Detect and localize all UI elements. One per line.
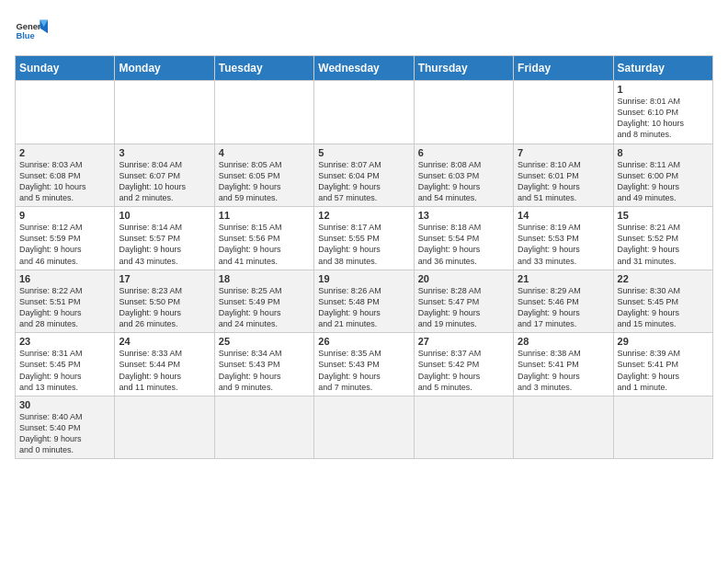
calendar-cell	[514, 396, 613, 459]
week-row-3: 9Sunrise: 8:12 AM Sunset: 5:59 PM Daylig…	[16, 207, 713, 270]
day-info: Sunrise: 8:07 AM Sunset: 6:04 PM Dayligh…	[318, 159, 409, 204]
calendar-cell: 12Sunrise: 8:17 AM Sunset: 5:55 PM Dayli…	[314, 207, 414, 270]
day-number: 18	[219, 273, 310, 284]
calendar-cell: 3Sunrise: 8:04 AM Sunset: 6:07 PM Daylig…	[115, 144, 214, 207]
day-info: Sunrise: 8:26 AM Sunset: 5:48 PM Dayligh…	[318, 285, 409, 330]
day-info: Sunrise: 8:28 AM Sunset: 5:47 PM Dayligh…	[418, 285, 509, 330]
day-info: Sunrise: 8:05 AM Sunset: 6:05 PM Dayligh…	[219, 159, 310, 204]
calendar-cell: 5Sunrise: 8:07 AM Sunset: 6:04 PM Daylig…	[314, 144, 414, 207]
calendar-cell: 18Sunrise: 8:25 AM Sunset: 5:49 PM Dayli…	[214, 270, 313, 333]
day-number: 19	[318, 273, 409, 284]
day-info: Sunrise: 8:14 AM Sunset: 5:57 PM Dayligh…	[119, 222, 210, 267]
calendar-cell	[16, 81, 115, 144]
logo: General Blue	[15, 15, 48, 48]
calendar-cell	[514, 81, 613, 144]
day-info: Sunrise: 8:34 AM Sunset: 5:43 PM Dayligh…	[219, 348, 310, 393]
day-header-tuesday: Tuesday	[214, 56, 313, 81]
day-number: 15	[618, 210, 709, 221]
calendar-cell: 25Sunrise: 8:34 AM Sunset: 5:43 PM Dayli…	[214, 333, 313, 396]
calendar-cell	[214, 396, 313, 459]
day-info: Sunrise: 8:38 AM Sunset: 5:41 PM Dayligh…	[518, 348, 609, 393]
day-header-thursday: Thursday	[414, 56, 513, 81]
day-number: 22	[618, 273, 709, 284]
week-row-6: 30Sunrise: 8:40 AM Sunset: 5:40 PM Dayli…	[16, 396, 713, 459]
day-info: Sunrise: 8:10 AM Sunset: 6:01 PM Dayligh…	[518, 159, 609, 204]
calendar-cell: 9Sunrise: 8:12 AM Sunset: 5:59 PM Daylig…	[16, 207, 115, 270]
calendar-cell: 27Sunrise: 8:37 AM Sunset: 5:42 PM Dayli…	[414, 333, 513, 396]
day-info: Sunrise: 8:40 AM Sunset: 5:40 PM Dayligh…	[19, 411, 110, 456]
day-number: 9	[19, 210, 110, 221]
week-row-2: 2Sunrise: 8:03 AM Sunset: 6:08 PM Daylig…	[16, 144, 713, 207]
calendar-cell: 30Sunrise: 8:40 AM Sunset: 5:40 PM Dayli…	[16, 396, 115, 459]
day-number: 5	[318, 147, 409, 158]
day-info: Sunrise: 8:03 AM Sunset: 6:08 PM Dayligh…	[19, 159, 110, 204]
calendar-cell: 16Sunrise: 8:22 AM Sunset: 5:51 PM Dayli…	[16, 270, 115, 333]
calendar-cell: 21Sunrise: 8:29 AM Sunset: 5:46 PM Dayli…	[514, 270, 613, 333]
day-number: 25	[219, 336, 310, 347]
day-number: 2	[19, 147, 110, 158]
calendar-cell: 7Sunrise: 8:10 AM Sunset: 6:01 PM Daylig…	[514, 144, 613, 207]
day-info: Sunrise: 8:30 AM Sunset: 5:45 PM Dayligh…	[618, 285, 709, 330]
day-info: Sunrise: 8:01 AM Sunset: 6:10 PM Dayligh…	[618, 96, 709, 141]
day-info: Sunrise: 8:35 AM Sunset: 5:43 PM Dayligh…	[318, 348, 409, 393]
calendar-cell	[214, 81, 313, 144]
calendar-cell: 2Sunrise: 8:03 AM Sunset: 6:08 PM Daylig…	[16, 144, 115, 207]
generalblue-logo-icon: General Blue	[15, 15, 48, 48]
page-header: General Blue	[15, 15, 713, 48]
week-row-5: 23Sunrise: 8:31 AM Sunset: 5:45 PM Dayli…	[16, 333, 713, 396]
day-number: 28	[518, 336, 609, 347]
day-number: 16	[19, 273, 110, 284]
calendar-table: SundayMondayTuesdayWednesdayThursdayFrid…	[15, 55, 713, 459]
day-number: 21	[518, 273, 609, 284]
day-info: Sunrise: 8:11 AM Sunset: 6:00 PM Dayligh…	[618, 159, 709, 204]
calendar-cell	[414, 396, 513, 459]
day-info: Sunrise: 8:08 AM Sunset: 6:03 PM Dayligh…	[418, 159, 509, 204]
calendar-cell	[613, 396, 712, 459]
day-info: Sunrise: 8:17 AM Sunset: 5:55 PM Dayligh…	[318, 222, 409, 267]
day-info: Sunrise: 8:18 AM Sunset: 5:54 PM Dayligh…	[418, 222, 509, 267]
day-info: Sunrise: 8:39 AM Sunset: 5:41 PM Dayligh…	[618, 348, 709, 393]
day-info: Sunrise: 8:15 AM Sunset: 5:56 PM Dayligh…	[219, 222, 310, 267]
day-info: Sunrise: 8:33 AM Sunset: 5:44 PM Dayligh…	[119, 348, 210, 393]
day-number: 11	[219, 210, 310, 221]
days-header-row: SundayMondayTuesdayWednesdayThursdayFrid…	[16, 56, 713, 81]
calendar-cell: 14Sunrise: 8:19 AM Sunset: 5:53 PM Dayli…	[514, 207, 613, 270]
day-header-sunday: Sunday	[16, 56, 115, 81]
week-row-1: 1Sunrise: 8:01 AM Sunset: 6:10 PM Daylig…	[16, 81, 713, 144]
calendar-cell: 28Sunrise: 8:38 AM Sunset: 5:41 PM Dayli…	[514, 333, 613, 396]
day-number: 7	[518, 147, 609, 158]
calendar-cell: 26Sunrise: 8:35 AM Sunset: 5:43 PM Dayli…	[314, 333, 414, 396]
day-number: 14	[518, 210, 609, 221]
day-number: 10	[119, 210, 210, 221]
day-number: 27	[418, 336, 509, 347]
calendar-cell: 8Sunrise: 8:11 AM Sunset: 6:00 PM Daylig…	[613, 144, 712, 207]
day-number: 8	[618, 147, 709, 158]
day-header-wednesday: Wednesday	[314, 56, 414, 81]
calendar-cell: 19Sunrise: 8:26 AM Sunset: 5:48 PM Dayli…	[314, 270, 414, 333]
day-header-friday: Friday	[514, 56, 613, 81]
calendar-cell	[115, 396, 214, 459]
day-number: 17	[119, 273, 210, 284]
day-info: Sunrise: 8:21 AM Sunset: 5:52 PM Dayligh…	[618, 222, 709, 267]
day-info: Sunrise: 8:23 AM Sunset: 5:50 PM Dayligh…	[119, 285, 210, 330]
day-number: 3	[119, 147, 210, 158]
calendar-cell: 10Sunrise: 8:14 AM Sunset: 5:57 PM Dayli…	[115, 207, 214, 270]
calendar-cell: 15Sunrise: 8:21 AM Sunset: 5:52 PM Dayli…	[613, 207, 712, 270]
calendar-cell: 23Sunrise: 8:31 AM Sunset: 5:45 PM Dayli…	[16, 333, 115, 396]
day-number: 13	[418, 210, 509, 221]
calendar-cell: 1Sunrise: 8:01 AM Sunset: 6:10 PM Daylig…	[613, 81, 712, 144]
calendar-cell	[115, 81, 214, 144]
day-header-monday: Monday	[115, 56, 214, 81]
svg-text:Blue: Blue	[16, 31, 34, 40]
calendar-cell: 13Sunrise: 8:18 AM Sunset: 5:54 PM Dayli…	[414, 207, 513, 270]
day-info: Sunrise: 8:22 AM Sunset: 5:51 PM Dayligh…	[19, 285, 110, 330]
calendar-cell: 22Sunrise: 8:30 AM Sunset: 5:45 PM Dayli…	[613, 270, 712, 333]
day-info: Sunrise: 8:37 AM Sunset: 5:42 PM Dayligh…	[418, 348, 509, 393]
day-info: Sunrise: 8:04 AM Sunset: 6:07 PM Dayligh…	[119, 159, 210, 204]
calendar-cell	[314, 81, 414, 144]
day-number: 24	[119, 336, 210, 347]
calendar-cell: 11Sunrise: 8:15 AM Sunset: 5:56 PM Dayli…	[214, 207, 313, 270]
day-info: Sunrise: 8:29 AM Sunset: 5:46 PM Dayligh…	[518, 285, 609, 330]
day-number: 20	[418, 273, 509, 284]
day-number: 30	[19, 399, 110, 410]
